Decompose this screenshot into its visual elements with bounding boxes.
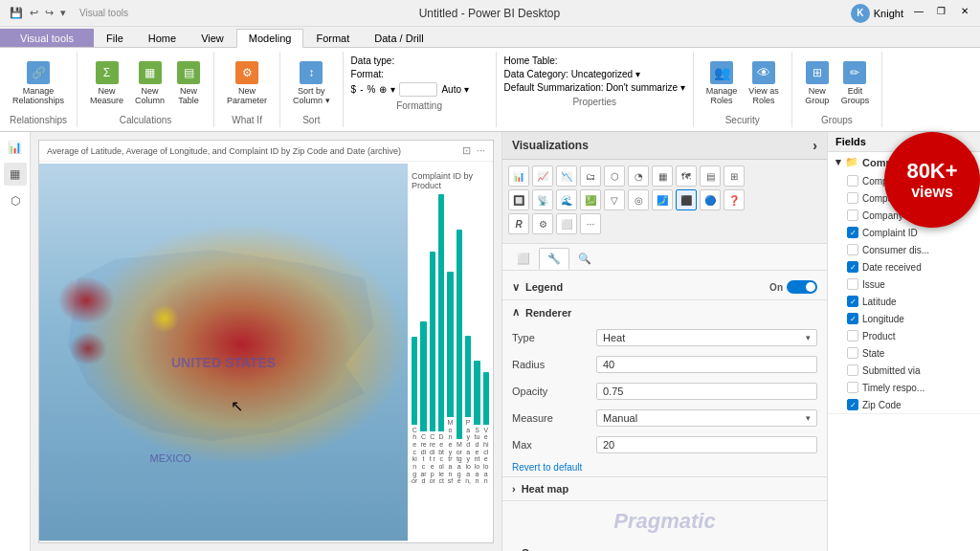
field-item[interactable]: State (828, 344, 980, 362)
sort-by-column-button[interactable]: ↕ Sort byColumn ▾ (288, 58, 335, 108)
edit-groups-button[interactable]: ✏ EditGroups (836, 58, 875, 108)
heatmap-header[interactable]: › Heat map (502, 477, 827, 500)
window-controls[interactable]: K Knight — ❐ ✕ (851, 4, 972, 23)
max-value[interactable]: 20 (596, 436, 817, 453)
viz-more[interactable]: ··· (580, 213, 601, 234)
field-checkbox[interactable]: ✓ (847, 261, 858, 273)
undo-icon[interactable]: ↩ (28, 5, 40, 21)
field-item[interactable]: ✓Date received (828, 258, 980, 276)
viz-map[interactable]: 🗺 (676, 165, 697, 187)
field-item[interactable]: ✓Zip Code (828, 396, 980, 413)
field-item[interactable]: Product (828, 327, 980, 344)
field-checkbox[interactable]: ✓ (847, 313, 858, 324)
bar[interactable] (447, 272, 453, 417)
tab-modeling[interactable]: Modeling (236, 29, 304, 48)
auto-dropdown[interactable]: Auto ▾ (441, 84, 468, 95)
viz-stacked-bar[interactable]: 📊 (508, 165, 529, 187)
legend-header[interactable]: ∨ Legend On (502, 275, 827, 299)
field-item[interactable]: Submitted via (828, 362, 980, 379)
viz-kpi[interactable]: 📡 (532, 189, 553, 210)
percent-symbol[interactable]: % (368, 84, 376, 95)
viz-area[interactable]: 📉 (556, 165, 577, 187)
new-table-button[interactable]: ▤ NewTable (171, 58, 206, 108)
field-checkbox[interactable]: ✓ (847, 227, 858, 238)
more-icon[interactable]: ··· (477, 144, 485, 157)
model-view-icon[interactable]: ⬡ (4, 189, 27, 212)
viz-card[interactable]: 🔲 (508, 189, 529, 210)
tab-visual-tools[interactable]: Visual tools (0, 29, 94, 47)
save-icon[interactable]: 💾 (8, 5, 25, 21)
viz-r[interactable]: R (508, 213, 529, 234)
format-icon[interactable]: ⊕ (379, 84, 387, 95)
manage-roles-button[interactable]: 👥 ManageRoles (702, 58, 743, 108)
field-checkbox[interactable] (847, 382, 858, 393)
viz-custom2[interactable]: ⬜ (556, 213, 577, 234)
field-checkbox[interactable] (847, 244, 858, 255)
viz-qna[interactable]: ❓ (724, 189, 745, 210)
field-checkbox[interactable] (847, 364, 858, 376)
viz-decomp[interactable]: 🔵 (700, 189, 721, 210)
tab-fields[interactable]: ⬜ (508, 248, 539, 270)
field-item[interactable]: ✓Complaint ID (828, 224, 980, 241)
tab-file[interactable]: File (94, 29, 136, 47)
new-group-button[interactable]: ⊞ NewGroup (800, 58, 835, 108)
bar[interactable] (465, 336, 471, 417)
viz-treemap[interactable]: ▦ (652, 165, 673, 187)
bar[interactable] (438, 194, 444, 431)
panel-controls[interactable]: ⊡ ··· (462, 144, 485, 157)
maximize-button[interactable]: ❐ (934, 4, 949, 19)
field-item[interactable]: ✓Latitude (828, 293, 980, 310)
bar[interactable] (483, 372, 489, 425)
bar[interactable] (420, 321, 426, 432)
renderer-header[interactable]: ∧ Renderer (502, 300, 827, 324)
viz-funnel[interactable]: ▽ (604, 189, 625, 210)
viz-slicer[interactable]: 🌊 (556, 189, 577, 210)
type-value[interactable]: Heat ▾ (596, 329, 817, 346)
opacity-value[interactable]: 0.75 (596, 383, 817, 400)
viz-waterfall[interactable]: 💹 (580, 189, 601, 210)
report-view-icon[interactable]: 📊 (4, 136, 27, 159)
field-item[interactable]: ✓Longitude (828, 310, 980, 327)
field-checkbox[interactable] (847, 347, 858, 359)
tab-home[interactable]: Home (136, 29, 189, 47)
field-item[interactable]: Issue (828, 276, 980, 293)
viz-scatter[interactable]: ⬡ (604, 165, 625, 187)
viz-filled-map[interactable]: 🗾 (652, 189, 673, 210)
field-checkbox[interactable] (847, 330, 858, 342)
field-item[interactable]: Consumer dis... (828, 241, 980, 258)
viz-matrix[interactable]: ⊞ (724, 165, 745, 187)
bar[interactable] (430, 252, 435, 431)
map-visualization[interactable]: UNITED STATES MEXICO ↖ bing Animate: 201… (39, 164, 408, 543)
bar[interactable] (457, 230, 462, 439)
format-input[interactable] (399, 82, 437, 97)
new-parameter-button[interactable]: ⚙ NewParameter (222, 58, 272, 108)
quick-access-toolbar[interactable]: 💾 ↩ ↪ ▾ (8, 5, 68, 21)
tab-format[interactable]: 🔧 (539, 248, 569, 270)
viz-ribbon[interactable]: 🗂 (580, 165, 601, 187)
group-header[interactable]: › Group (502, 541, 827, 551)
field-item[interactable]: Timely respo... (828, 379, 980, 396)
viz-table[interactable]: ▤ (700, 165, 721, 187)
tab-format[interactable]: Format (303, 29, 362, 47)
bar[interactable] (412, 337, 417, 424)
view-as-roles-button[interactable]: 👁 View asRoles (744, 58, 783, 108)
viz-arc-map[interactable]: ⬛ (676, 189, 697, 210)
focus-icon[interactable]: ⊡ (462, 144, 471, 157)
field-checkbox[interactable]: ✓ (847, 399, 858, 410)
viz-line[interactable]: 📈 (532, 165, 553, 187)
field-checkbox[interactable]: ✓ (847, 296, 858, 307)
field-checkbox[interactable] (847, 175, 858, 187)
data-view-icon[interactable]: ▦ (4, 163, 27, 186)
viz-pie[interactable]: ◔ (628, 165, 649, 187)
dropdown-icon[interactable]: ▾ (58, 5, 68, 21)
new-measure-button[interactable]: Σ NewMeasure (85, 58, 128, 108)
manage-relationships-button[interactable]: 🔗 ManageRelationships (8, 58, 69, 108)
viz-custom1[interactable]: ⚙ (532, 213, 553, 234)
redo-icon[interactable]: ↪ (43, 5, 56, 21)
format-symbols-row[interactable]: $ - % ⊕ ▾ Auto ▾ (351, 82, 469, 97)
tab-view[interactable]: View (189, 29, 236, 47)
minus-symbol[interactable]: - (360, 84, 363, 95)
toggle-track[interactable] (787, 280, 817, 294)
collapse-icon[interactable]: › (813, 138, 817, 153)
radius-value[interactable]: 40 (596, 356, 817, 373)
